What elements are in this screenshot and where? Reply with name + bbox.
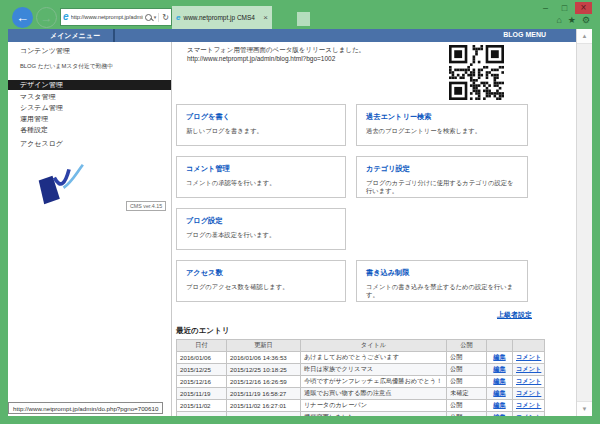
- table-cell: 公開: [447, 364, 487, 376]
- table-column-header: 日付: [177, 340, 227, 352]
- settings-gear-icon[interactable]: ⚙: [582, 16, 590, 25]
- table-cell: 2015/12/16: [177, 376, 227, 388]
- table-cell: 公開: [447, 400, 487, 412]
- announcement-line1: スマートフォン用管理画面のベータ版をリリースしました。: [187, 46, 365, 55]
- table-cell: 未確定: [447, 388, 487, 400]
- table-cell: 公開: [447, 412, 487, 417]
- tab-close-icon[interactable]: ×: [263, 13, 268, 22]
- menu-box[interactable]: ブログ設定ブログの基本設定を行います。: [176, 208, 346, 250]
- maximize-button[interactable]: □: [556, 2, 573, 14]
- refresh-icon[interactable]: ↻: [158, 13, 169, 22]
- tab-title[interactable]: www.netprompt.jp CMS4: [183, 14, 260, 21]
- table-cell: 編集: [487, 388, 513, 400]
- menu-box[interactable]: カテゴリ設定ブログのカテゴリ分けに使用するカテゴリの設定を行います。: [356, 156, 528, 198]
- comment-link[interactable]: コメント: [516, 413, 541, 416]
- url-text[interactable]: http://www.netprompt.jp/admin/: [71, 14, 143, 20]
- sidebar-item[interactable]: 運用管理: [8, 115, 171, 123]
- search-icon[interactable]: [145, 14, 152, 21]
- recent-entries-table: 日付更新日タイトル公開 2016/01/062016/01/06 14:36:5…: [176, 339, 545, 416]
- menu-box[interactable]: コメント管理コメントの承認等を行います。: [176, 156, 346, 198]
- announcement-line2: http://www.netprompt.jp/admin/blog.html?…: [187, 55, 365, 64]
- browser-action-icons: ⌂ ★ ⚙: [556, 16, 590, 25]
- table-cell: 昨日は家族でクリスマス: [301, 364, 447, 376]
- table-column-header: 公開: [447, 340, 487, 352]
- address-bar[interactable]: e http://www.netprompt.jp/admin/ ▾ ↻: [60, 8, 172, 26]
- status-bar: http://www.netprompt.jp/admin/do.php?pgn…: [8, 402, 163, 414]
- menu-box-description: ブログのアクセス数を確認します。: [186, 283, 336, 291]
- edit-link[interactable]: 編集: [493, 377, 505, 384]
- menu-box-title[interactable]: 書き込み制限: [366, 268, 518, 278]
- comment-link[interactable]: コメント: [516, 365, 541, 372]
- comment-link[interactable]: コメント: [516, 389, 541, 396]
- menu-box-title[interactable]: カテゴリ設定: [366, 164, 518, 174]
- minimize-button[interactable]: –: [537, 2, 554, 14]
- table-column-header: [487, 340, 513, 352]
- menu-box[interactable]: アクセス数ブログのアクセス数を確認します。: [176, 260, 346, 302]
- edit-link[interactable]: 編集: [493, 389, 505, 396]
- table-cell: 2015/11/19: [177, 388, 227, 400]
- menu-box-title[interactable]: ブログを書く: [186, 112, 336, 122]
- comment-link[interactable]: コメント: [516, 353, 541, 360]
- menu-box-title[interactable]: 過去エントリー検索: [366, 112, 518, 122]
- sidebar-item[interactable]: 各種設定: [8, 126, 171, 134]
- chevron-down-icon[interactable]: ▾: [154, 14, 157, 20]
- table-cell: リナータのカレーパン: [301, 400, 447, 412]
- menu-box-title[interactable]: ブログ設定: [186, 216, 336, 226]
- menu-box[interactable]: ブログを書く新しいブログを書きます。: [176, 104, 346, 146]
- edit-link[interactable]: 編集: [493, 401, 505, 408]
- window-controls: – □ ×: [537, 2, 592, 14]
- new-tab-button[interactable]: [297, 12, 310, 26]
- sidebar-item[interactable]: コンテンツ管理: [8, 47, 171, 55]
- table-cell: 2015/10/30 09:21:01: [227, 412, 301, 417]
- menu-box-description: コメントの承認等を行います。: [186, 179, 336, 187]
- edit-link[interactable]: 編集: [493, 413, 505, 416]
- table-cell: 2015/12/16 16:26:59: [227, 376, 301, 388]
- table-cell: 2015/11/02: [177, 400, 227, 412]
- scroll-down-icon[interactable]: ▼: [577, 401, 592, 416]
- comment-link[interactable]: コメント: [516, 377, 541, 384]
- back-button[interactable]: ←: [12, 7, 33, 28]
- main-menu-label[interactable]: メインメニュー: [50, 31, 100, 41]
- vertical-scrollbar[interactable]: ▲ ▼: [576, 29, 592, 416]
- sidebar-divider: [171, 42, 172, 416]
- sidebar-item[interactable]: システム管理: [8, 104, 171, 112]
- blog-menu-label[interactable]: BLOG MENU: [503, 31, 546, 38]
- menu-box-grid: ブログを書く新しいブログを書きます。過去エントリー検索過去のブログエントリーを検…: [176, 104, 528, 302]
- favorites-star-icon[interactable]: ★: [568, 16, 576, 25]
- sidebar-item[interactable]: デザイン管理: [8, 80, 171, 90]
- scroll-up-icon[interactable]: ▲: [577, 29, 592, 44]
- menu-box[interactable]: 過去エントリー検索過去のブログエントリーを検索します。: [356, 104, 528, 146]
- browser-tab[interactable]: e www.netprompt.jp CMS4 ×: [172, 6, 272, 29]
- table-cell: 機種変更しました: [301, 412, 447, 417]
- table-cell: 公開: [447, 352, 487, 364]
- table-cell: コメント: [513, 412, 545, 417]
- table-cell: コメント: [513, 400, 545, 412]
- edit-link[interactable]: 編集: [493, 353, 505, 360]
- table-cell: コメント: [513, 364, 545, 376]
- table-cell: 2016/01/06 14:36:53: [227, 352, 301, 364]
- table-cell: あけましておめでとうございます: [301, 352, 447, 364]
- sidebar-item[interactable]: アクセスログ: [8, 140, 171, 148]
- menu-box[interactable]: 書き込み制限コメントの書き込みを禁止するための設定を行います。: [356, 260, 528, 302]
- menu-box-title[interactable]: アクセス数: [186, 268, 336, 278]
- table-column-header: タイトル: [301, 340, 447, 352]
- table-cell: コメント: [513, 376, 545, 388]
- status-url-text: http://www.netprompt.jp/admin/do.php?pgn…: [13, 405, 158, 412]
- sidebar-item[interactable]: BLOG ただいまMスタ付近で勤務中: [8, 62, 171, 70]
- sidebar-item[interactable]: マスタ管理: [8, 93, 171, 101]
- table-row: 2015/12/252015/12/25 10:18:25昨日は家族でクリスマス…: [177, 364, 545, 376]
- table-cell: コメント: [513, 352, 545, 364]
- menu-box-description: ブログのカテゴリ分けに使用するカテゴリの設定を行います。: [366, 179, 518, 195]
- forward-button[interactable]: →: [36, 7, 57, 28]
- home-icon[interactable]: ⌂: [556, 16, 561, 25]
- table-cell: 今頃ですがサンフレッチェ広島優勝おめでとう！: [301, 376, 447, 388]
- tab-favicon: e: [176, 14, 180, 22]
- menu-box-title[interactable]: コメント管理: [186, 164, 336, 174]
- table-row: 2015/11/192015/11/19 16:58:27通販でお買い物する際の…: [177, 388, 545, 400]
- comment-link[interactable]: コメント: [516, 401, 541, 408]
- close-button[interactable]: ×: [575, 2, 592, 14]
- advanced-settings-link[interactable]: 上級者設定: [497, 310, 532, 320]
- ie-icon: e: [63, 12, 69, 22]
- table-cell: 2015/11/19 16:58:27: [227, 388, 301, 400]
- edit-link[interactable]: 編集: [493, 365, 505, 372]
